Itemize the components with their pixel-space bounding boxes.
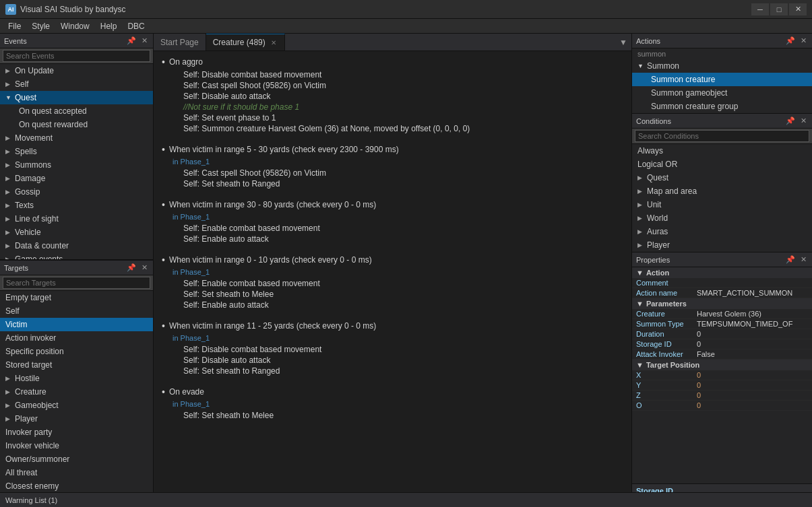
events-item-game-events[interactable]: ▶Game events <box>0 252 153 259</box>
targets-item-all-threat[interactable]: All threat <box>0 466 153 479</box>
prop-attack-invoker[interactable]: Attack Invoker False <box>632 349 812 360</box>
events-item-damage[interactable]: ▶Damage <box>0 172 153 185</box>
prop-storage-id[interactable]: Storage ID 0 <box>632 339 812 349</box>
conditions-item-auras[interactable]: ▶Auras <box>632 225 812 238</box>
pin-icon[interactable]: 📌 <box>125 36 137 45</box>
targets-item-stored-target[interactable]: Stored target <box>0 358 153 372</box>
close-properties-icon[interactable]: ✕ <box>799 255 808 264</box>
events-tree[interactable]: ▶On Update ▶Self ▼Quest On quest accepte… <box>0 64 153 259</box>
targets-item-hostile[interactable]: ▶Hostile <box>0 372 153 385</box>
close-conditions-icon[interactable]: ✕ <box>799 116 808 125</box>
conditions-item-logical-or[interactable]: Logical OR <box>632 158 812 171</box>
events-item-quest-accepted[interactable]: On quest accepted <box>0 104 153 118</box>
close-events-icon[interactable]: ✕ <box>140 36 149 45</box>
prop-summon-type[interactable]: Summon Type TEMPSUMMON_TIMED_OF <box>632 319 812 329</box>
targets-item-invoker-vehicle[interactable]: Invoker vehicle <box>0 439 153 452</box>
targets-item-closest-enemy[interactable]: Closest enemy <box>0 479 153 493</box>
conditions-item-always[interactable]: Always <box>632 144 812 158</box>
tab-creature-close[interactable]: ✕ <box>270 39 278 46</box>
app-icon: AI <box>5 4 16 15</box>
targets-item-specific-position[interactable]: Specific position <box>0 345 153 358</box>
events-item-self[interactable]: ▶Self <box>0 77 153 91</box>
events-search-input[interactable] <box>3 50 150 62</box>
conditions-item-player[interactable]: ▶Player <box>632 238 812 252</box>
pin-properties-icon[interactable]: 📌 <box>784 255 797 264</box>
event-range-30-80-phase: in Phase_1 <box>173 213 623 221</box>
prop-z[interactable]: Z 0 <box>632 391 812 401</box>
conditions-item-quest[interactable]: ▶Quest <box>632 171 812 184</box>
events-search-box <box>0 48 153 64</box>
action-disable-auto-2: Self: Disable auto attack <box>183 356 623 365</box>
maximize-button[interactable]: □ <box>770 3 788 15</box>
events-item-movement[interactable]: ▶Movement <box>0 131 153 145</box>
menu-dbc[interactable]: DBC <box>122 20 150 32</box>
targets-item-invoker-party[interactable]: Invoker party <box>0 426 153 439</box>
targets-item-creature[interactable]: ▶Creature <box>0 385 153 399</box>
targets-search-input[interactable] <box>3 277 150 289</box>
events-item-quest[interactable]: ▼Quest <box>0 91 153 104</box>
menu-window[interactable]: Window <box>55 20 95 32</box>
prop-comment[interactable]: Comment <box>632 278 812 288</box>
actions-tree[interactable]: ▼Summon Summon creature Summon gameobjec… <box>632 59 812 113</box>
conditions-item-world[interactable]: ▶World <box>632 211 812 225</box>
events-item-vehicle[interactable]: ▶Vehicle <box>0 226 153 239</box>
action-enable-combat: Self: Enable combat based movement <box>183 224 623 233</box>
events-item-spells[interactable]: ▶Spells <box>0 145 153 158</box>
events-item-summons[interactable]: ▶Summons <box>0 158 153 172</box>
conditions-list[interactable]: Always Logical OR ▶Quest ▶Map and area ▶… <box>632 144 812 252</box>
targets-item-owner-summoner[interactable]: Owner/summoner <box>0 452 153 466</box>
action-set-phase: Self: Set event phase to 1 <box>183 113 623 123</box>
warning-bar[interactable]: Warning List (1) <box>0 492 812 507</box>
targets-item-empty[interactable]: Empty target <box>0 291 153 304</box>
event-range-11-25-title: When victim in range 11 - 25 yards (chec… <box>162 320 623 331</box>
content-area[interactable]: On aggro Self: Disable combat based move… <box>154 51 631 507</box>
events-item-line-of-sight[interactable]: ▶Line of sight <box>0 212 153 226</box>
menu-file[interactable]: File <box>3 20 26 32</box>
prop-x[interactable]: X 0 <box>632 370 812 380</box>
conditions-item-map-area[interactable]: ▶Map and area <box>632 184 812 198</box>
events-item-data-counter[interactable]: ▶Data & counter <box>0 239 153 252</box>
conditions-item-unit[interactable]: ▶Unit <box>632 198 812 211</box>
conditions-search-input[interactable] <box>635 130 809 142</box>
actions-item-summon[interactable]: ▼Summon <box>632 59 812 73</box>
event-on-evade-phase: in Phase_1 <box>173 400 623 408</box>
menu-help[interactable]: Help <box>95 20 123 32</box>
close-targets-icon[interactable]: ✕ <box>140 263 149 272</box>
actions-item-summon-creature-group[interactable]: Summon creature group <box>632 100 812 113</box>
close-actions-icon[interactable]: ✕ <box>799 36 808 45</box>
tab-dropdown-arrow[interactable]: ▼ <box>615 38 631 47</box>
center-panel: Start Page Creature (489) ✕ ▼ On aggro S… <box>154 34 631 507</box>
action-enable-auto-2: Self: Enable auto attack <box>183 300 623 310</box>
minimize-button[interactable]: ─ <box>751 3 769 15</box>
events-item-quest-rewarded[interactable]: On quest rewarded <box>0 118 153 131</box>
pin-targets-icon[interactable]: 📌 <box>125 263 137 272</box>
prop-creature[interactable]: Creature Harvest Golem (36) <box>632 309 812 319</box>
events-item-on-update[interactable]: ▶On Update <box>0 64 153 77</box>
prop-duration[interactable]: Duration 0 <box>632 329 812 339</box>
actions-item-summon-creature[interactable]: Summon creature <box>632 73 812 86</box>
menu-style[interactable]: Style <box>26 20 55 32</box>
close-button[interactable]: ✕ <box>789 3 807 15</box>
prop-action-name[interactable]: Action name SMART_ACTION_SUMMON <box>632 288 812 298</box>
targets-item-self[interactable]: Self <box>0 304 153 318</box>
targets-header: Targets 📌 ✕ <box>0 261 153 275</box>
targets-item-player[interactable]: ▶Player <box>0 412 153 426</box>
targets-item-gameobject[interactable]: ▶Gameobject <box>0 399 153 412</box>
events-item-gossip[interactable]: ▶Gossip <box>0 185 153 199</box>
targets-item-victim[interactable]: Victim <box>0 318 153 331</box>
properties-header-icons: 📌 ✕ <box>784 255 808 264</box>
prop-o[interactable]: O 0 <box>632 401 812 411</box>
pin-actions-icon[interactable]: 📌 <box>784 36 797 45</box>
prop-y[interactable]: Y 0 <box>632 380 812 391</box>
pin-conditions-icon[interactable]: 📌 <box>784 116 797 125</box>
events-item-texts[interactable]: ▶Texts <box>0 199 153 212</box>
properties-header: Properties 📌 ✕ <box>632 252 812 267</box>
tab-creature[interactable]: Creature (489) ✕ <box>206 34 285 50</box>
action-summon-golem: Self: Summon creature Harvest Golem (36)… <box>183 124 623 133</box>
targets-tree[interactable]: Empty target Self Victim Action invoker … <box>0 291 153 507</box>
event-range-0-10-title: When victim in range 0 - 10 yards (check… <box>162 255 623 265</box>
actions-item-summon-gameobject[interactable]: Summon gameobject <box>632 86 812 100</box>
event-on-evade: On evade in Phase_1 Self: Set sheath to … <box>162 386 623 420</box>
targets-item-action-invoker[interactable]: Action invoker <box>0 331 153 345</box>
tab-start-page[interactable]: Start Page <box>154 34 206 50</box>
